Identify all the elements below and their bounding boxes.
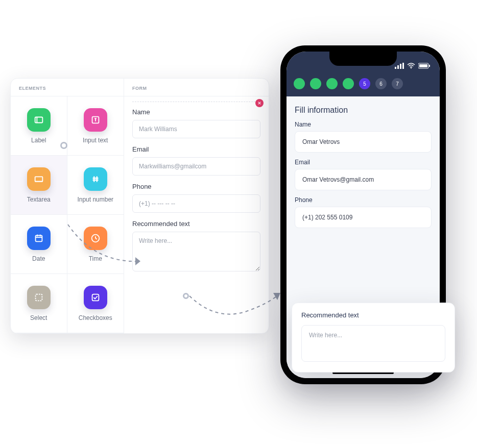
wifi-icon <box>407 63 415 69</box>
svg-rect-18 <box>35 294 42 301</box>
rec-card-textarea[interactable]: Write here... <box>301 325 445 362</box>
label-icon <box>27 108 51 132</box>
svg-rect-24 <box>395 67 396 69</box>
svg-rect-27 <box>402 63 404 69</box>
phone-notch <box>329 52 397 66</box>
phone-phone-label: Phone <box>295 196 432 204</box>
element-checkboxes-label: Checkboxes <box>79 314 112 321</box>
element-select-label: Select <box>30 314 47 321</box>
form-group-name[interactable]: Name <box>132 102 260 138</box>
phone-field-email: Email <box>295 159 432 190</box>
form-group-recommended[interactable]: Recommended text <box>132 220 260 273</box>
phone-title: Fill information <box>295 106 432 115</box>
element-checkboxes[interactable]: Checkboxes <box>67 274 124 333</box>
form-rec-textarea[interactable] <box>132 232 260 271</box>
step-6[interactable]: 6 <box>375 78 387 89</box>
element-time[interactable]: Time <box>67 215 124 274</box>
input-text-icon <box>84 108 107 132</box>
rec-card-label: Recommended text <box>301 311 445 319</box>
phone-phone-input[interactable] <box>295 207 432 228</box>
element-label[interactable]: Label <box>11 96 67 156</box>
remove-field-icon[interactable] <box>255 99 264 107</box>
phone-email-label: Email <box>295 159 432 166</box>
checkboxes-icon <box>84 286 107 309</box>
progress-steps: 5 6 7 <box>287 71 440 96</box>
svg-rect-5 <box>35 177 42 181</box>
elements-heading: ELEMENTS <box>11 79 124 96</box>
form-group-email[interactable]: Email <box>132 145 260 176</box>
svg-rect-26 <box>400 64 401 69</box>
battery-icon <box>418 63 431 69</box>
element-input-text-label: Input text <box>83 137 108 144</box>
form-name-label: Name <box>132 108 260 116</box>
phone-field-name: Name <box>295 121 432 153</box>
step-4 <box>343 78 354 89</box>
step-3 <box>326 78 338 89</box>
connector-handle-icon <box>183 293 189 299</box>
input-number-icon <box>84 167 107 191</box>
svg-rect-11 <box>35 235 42 241</box>
element-input-number-label: Input number <box>77 196 113 203</box>
textarea-icon <box>27 167 51 191</box>
element-textarea-label: Textarea <box>27 196 51 203</box>
form-column: FORM Name Email Phone Recommended text <box>124 79 269 333</box>
element-input-number[interactable]: Input number <box>67 156 124 215</box>
element-input-text[interactable]: Input text <box>67 96 124 156</box>
element-label-text: Label <box>31 137 46 144</box>
step-7[interactable]: 7 <box>392 78 403 89</box>
element-textarea[interactable]: Textarea <box>11 156 67 215</box>
svg-rect-25 <box>397 65 399 69</box>
element-time-label: Time <box>89 255 102 262</box>
form-name-input[interactable] <box>132 120 260 138</box>
form-heading: FORM <box>124 79 269 96</box>
form-builder-panel: ELEMENTS Label Input text Textarea <box>10 78 269 334</box>
form-group-phone[interactable]: Phone <box>132 183 260 213</box>
phone-name-input[interactable] <box>295 131 432 153</box>
svg-marker-23 <box>273 293 280 300</box>
form-phone-label: Phone <box>132 183 260 190</box>
form-rec-label: Recommended text <box>132 220 260 228</box>
form-email-label: Email <box>132 145 260 153</box>
svg-point-28 <box>411 68 412 69</box>
drag-handle-icon[interactable] <box>60 142 67 149</box>
phone-field-phone: Phone <box>295 196 432 228</box>
form-email-input[interactable] <box>132 157 260 176</box>
svg-rect-30 <box>419 64 427 67</box>
svg-rect-31 <box>429 65 430 67</box>
svg-rect-0 <box>35 117 42 122</box>
step-5[interactable]: 5 <box>359 78 370 89</box>
signal-icon <box>395 63 404 69</box>
elements-grid: Label Input text Textarea Input number <box>11 96 124 333</box>
element-select[interactable]: Select <box>11 274 67 333</box>
date-icon <box>27 227 51 250</box>
svg-rect-19 <box>92 294 99 301</box>
time-icon <box>84 227 107 250</box>
element-date-label: Date <box>32 255 45 262</box>
svg-line-17 <box>96 238 97 239</box>
form-phone-input[interactable] <box>132 194 260 213</box>
elements-column: ELEMENTS Label Input text Textarea <box>11 79 124 333</box>
phone-email-input[interactable] <box>295 169 432 190</box>
step-2 <box>310 78 321 89</box>
select-icon <box>27 286 51 309</box>
recommended-text-card[interactable]: Recommended text Write here... <box>292 303 455 372</box>
phone-name-label: Name <box>295 121 432 128</box>
element-date[interactable]: Date <box>11 215 67 274</box>
step-1 <box>294 78 305 89</box>
